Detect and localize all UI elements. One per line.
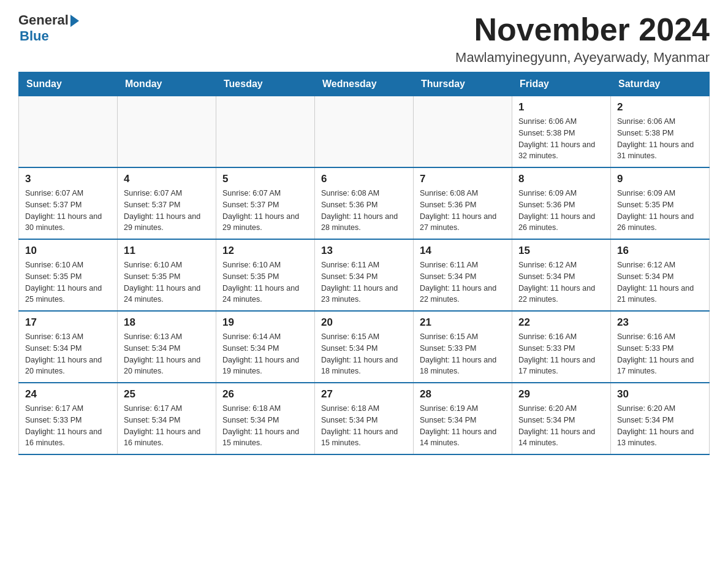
calendar-cell: 7Sunrise: 6:08 AM Sunset: 5:36 PM Daylig… [414, 167, 512, 239]
calendar-week-row: 3Sunrise: 6:07 AM Sunset: 5:37 PM Daylig… [19, 167, 710, 239]
day-info: Sunrise: 6:13 AM Sunset: 5:34 PM Dayligh… [25, 331, 111, 377]
calendar-cell: 10Sunrise: 6:10 AM Sunset: 5:35 PM Dayli… [19, 239, 118, 311]
day-info: Sunrise: 6:12 AM Sunset: 5:34 PM Dayligh… [518, 259, 604, 305]
calendar-cell: 27Sunrise: 6:18 AM Sunset: 5:34 PM Dayli… [315, 383, 414, 454]
day-info: Sunrise: 6:09 AM Sunset: 5:35 PM Dayligh… [617, 188, 703, 234]
day-info: Sunrise: 6:14 AM Sunset: 5:34 PM Dayligh… [222, 331, 308, 377]
calendar-cell: 14Sunrise: 6:11 AM Sunset: 5:34 PM Dayli… [414, 239, 512, 311]
day-number: 22 [518, 316, 604, 329]
day-info: Sunrise: 6:17 AM Sunset: 5:33 PM Dayligh… [25, 403, 111, 449]
day-number: 8 [518, 173, 604, 185]
day-number: 26 [222, 388, 308, 400]
page-header: General Blue November 2024 Mawlamyinegyu… [18, 12, 710, 66]
weekday-header-sunday: Sunday [19, 72, 118, 96]
day-number: 4 [124, 173, 210, 185]
calendar-cell: 3Sunrise: 6:07 AM Sunset: 5:37 PM Daylig… [19, 167, 118, 239]
day-info: Sunrise: 6:06 AM Sunset: 5:38 PM Dayligh… [617, 116, 703, 162]
day-number: 28 [420, 388, 506, 400]
calendar-week-row: 24Sunrise: 6:17 AM Sunset: 5:33 PM Dayli… [19, 383, 710, 454]
weekday-header-row: SundayMondayTuesdayWednesdayThursdayFrid… [19, 72, 710, 96]
calendar-cell: 30Sunrise: 6:20 AM Sunset: 5:34 PM Dayli… [611, 383, 710, 454]
day-info: Sunrise: 6:16 AM Sunset: 5:33 PM Dayligh… [617, 331, 703, 377]
day-number: 27 [321, 388, 407, 400]
calendar-table: SundayMondayTuesdayWednesdayThursdayFrid… [18, 72, 710, 455]
day-number: 21 [420, 316, 506, 329]
day-info: Sunrise: 6:08 AM Sunset: 5:36 PM Dayligh… [321, 188, 407, 234]
logo: General Blue [18, 12, 79, 44]
logo-general-text: General [18, 12, 69, 28]
day-info: Sunrise: 6:10 AM Sunset: 5:35 PM Dayligh… [124, 259, 210, 305]
day-info: Sunrise: 6:12 AM Sunset: 5:34 PM Dayligh… [617, 259, 703, 305]
calendar-cell: 1Sunrise: 6:06 AM Sunset: 5:38 PM Daylig… [512, 96, 611, 168]
calendar-cell: 8Sunrise: 6:09 AM Sunset: 5:36 PM Daylig… [512, 167, 611, 239]
day-info: Sunrise: 6:07 AM Sunset: 5:37 PM Dayligh… [124, 188, 210, 234]
day-info: Sunrise: 6:11 AM Sunset: 5:34 PM Dayligh… [420, 259, 506, 305]
calendar-cell [118, 96, 216, 168]
day-number: 2 [617, 101, 703, 113]
day-number: 18 [124, 316, 210, 329]
day-info: Sunrise: 6:11 AM Sunset: 5:34 PM Dayligh… [321, 259, 407, 305]
calendar-cell: 13Sunrise: 6:11 AM Sunset: 5:34 PM Dayli… [315, 239, 414, 311]
day-info: Sunrise: 6:20 AM Sunset: 5:34 PM Dayligh… [518, 403, 604, 449]
day-number: 6 [321, 173, 407, 185]
day-number: 11 [124, 245, 210, 257]
weekday-header-saturday: Saturday [611, 72, 710, 96]
calendar-cell: 21Sunrise: 6:15 AM Sunset: 5:33 PM Dayli… [414, 311, 512, 383]
calendar-week-row: 10Sunrise: 6:10 AM Sunset: 5:35 PM Dayli… [19, 239, 710, 311]
day-number: 19 [222, 316, 308, 329]
calendar-cell [216, 96, 315, 168]
calendar-cell: 15Sunrise: 6:12 AM Sunset: 5:34 PM Dayli… [512, 239, 611, 311]
day-info: Sunrise: 6:10 AM Sunset: 5:35 PM Dayligh… [25, 259, 111, 305]
logo-blue-text: Blue [20, 28, 49, 44]
calendar-cell: 16Sunrise: 6:12 AM Sunset: 5:34 PM Dayli… [611, 239, 710, 311]
calendar-cell: 17Sunrise: 6:13 AM Sunset: 5:34 PM Dayli… [19, 311, 118, 383]
day-number: 17 [25, 316, 111, 329]
calendar-cell: 28Sunrise: 6:19 AM Sunset: 5:34 PM Dayli… [414, 383, 512, 454]
calendar-cell: 29Sunrise: 6:20 AM Sunset: 5:34 PM Dayli… [512, 383, 611, 454]
calendar-cell: 26Sunrise: 6:18 AM Sunset: 5:34 PM Dayli… [216, 383, 315, 454]
day-number: 30 [617, 388, 703, 400]
day-info: Sunrise: 6:16 AM Sunset: 5:33 PM Dayligh… [518, 331, 604, 377]
day-number: 20 [321, 316, 407, 329]
calendar-cell: 20Sunrise: 6:15 AM Sunset: 5:34 PM Dayli… [315, 311, 414, 383]
day-info: Sunrise: 6:19 AM Sunset: 5:34 PM Dayligh… [420, 403, 506, 449]
day-info: Sunrise: 6:18 AM Sunset: 5:34 PM Dayligh… [222, 403, 308, 449]
day-info: Sunrise: 6:06 AM Sunset: 5:38 PM Dayligh… [518, 116, 604, 162]
calendar-cell: 4Sunrise: 6:07 AM Sunset: 5:37 PM Daylig… [118, 167, 216, 239]
day-info: Sunrise: 6:20 AM Sunset: 5:34 PM Dayligh… [617, 403, 703, 449]
calendar-cell: 12Sunrise: 6:10 AM Sunset: 5:35 PM Dayli… [216, 239, 315, 311]
title-block: November 2024 Mawlamyinegyunn, Ayeyarwad… [455, 12, 710, 66]
day-info: Sunrise: 6:10 AM Sunset: 5:35 PM Dayligh… [222, 259, 308, 305]
weekday-header-tuesday: Tuesday [216, 72, 315, 96]
day-number: 29 [518, 388, 604, 400]
day-number: 14 [420, 245, 506, 257]
weekday-header-wednesday: Wednesday [315, 72, 414, 96]
day-info: Sunrise: 6:17 AM Sunset: 5:34 PM Dayligh… [124, 403, 210, 449]
calendar-cell: 9Sunrise: 6:09 AM Sunset: 5:35 PM Daylig… [611, 167, 710, 239]
calendar-header: SundayMondayTuesdayWednesdayThursdayFrid… [19, 72, 710, 96]
calendar-cell: 22Sunrise: 6:16 AM Sunset: 5:33 PM Dayli… [512, 311, 611, 383]
weekday-header-thursday: Thursday [414, 72, 512, 96]
day-info: Sunrise: 6:18 AM Sunset: 5:34 PM Dayligh… [321, 403, 407, 449]
calendar-cell: 18Sunrise: 6:13 AM Sunset: 5:34 PM Dayli… [118, 311, 216, 383]
day-info: Sunrise: 6:09 AM Sunset: 5:36 PM Dayligh… [518, 188, 604, 234]
weekday-header-monday: Monday [118, 72, 216, 96]
calendar-body: 1Sunrise: 6:06 AM Sunset: 5:38 PM Daylig… [19, 96, 710, 455]
calendar-cell [19, 96, 118, 168]
calendar-cell: 2Sunrise: 6:06 AM Sunset: 5:38 PM Daylig… [611, 96, 710, 168]
day-number: 23 [617, 316, 703, 329]
calendar-week-row: 1Sunrise: 6:06 AM Sunset: 5:38 PM Daylig… [19, 96, 710, 168]
calendar-subtitle: Mawlamyinegyunn, Ayeyarwady, Myanmar [455, 50, 710, 66]
day-number: 16 [617, 245, 703, 257]
day-number: 24 [25, 388, 111, 400]
day-number: 9 [617, 173, 703, 185]
calendar-cell: 6Sunrise: 6:08 AM Sunset: 5:36 PM Daylig… [315, 167, 414, 239]
day-info: Sunrise: 6:08 AM Sunset: 5:36 PM Dayligh… [420, 188, 506, 234]
calendar-cell: 25Sunrise: 6:17 AM Sunset: 5:34 PM Dayli… [118, 383, 216, 454]
calendar-cell: 11Sunrise: 6:10 AM Sunset: 5:35 PM Dayli… [118, 239, 216, 311]
day-number: 7 [420, 173, 506, 185]
day-number: 1 [518, 101, 604, 113]
calendar-title: November 2024 [455, 12, 710, 47]
day-number: 15 [518, 245, 604, 257]
logo-arrow-icon [70, 15, 79, 27]
